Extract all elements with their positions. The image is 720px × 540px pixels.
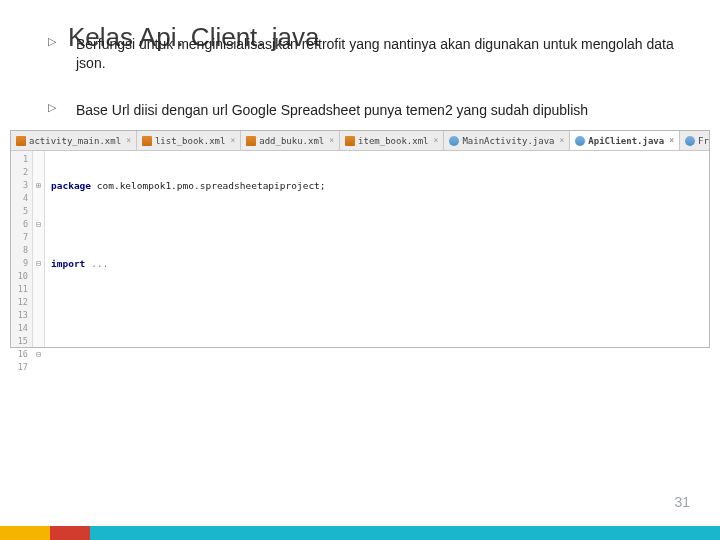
java-class-icon [575,136,585,146]
decorative-bottom-bar [0,526,720,540]
tab-label: add_buku.xml [259,136,324,146]
fold-marker[interactable] [33,153,44,166]
fold-marker[interactable] [33,322,44,335]
bullet-text: Base Url diisi dengan url Google Spreads… [76,101,588,120]
line-number: 3 [11,179,28,192]
line-number: 17 [11,361,28,374]
line-number: 10 [11,270,28,283]
line-number: 8 [11,244,28,257]
xml-file-icon [142,136,152,146]
tab-mainactivity[interactable]: MainActivity.java× [444,131,570,150]
tab-item-book[interactable]: item_book.xml× [340,131,444,150]
line-number: 1 [11,153,28,166]
code-editor: activity_main.xml× list_book.xml× add_bu… [10,130,710,348]
bullet-text: Berfungsi untuk menginisialisasikan reft… [76,35,690,73]
tab-bar: activity_main.xml× list_book.xml× add_bu… [11,131,709,151]
line-number: 11 [11,283,28,296]
line-number: 6 [11,218,28,231]
tab-label: FragmentBook.java [698,136,709,146]
line-number: 13 [11,309,28,322]
bullet-list: ▷ Berfungsi untuk menginisialisasikan re… [48,35,690,134]
fold-marker[interactable]: ⊟ [33,257,44,270]
line-number-gutter: 1 2 3 4 5 6 7 8 9 10 11 12 13 14 15 16 1… [11,151,33,347]
code-line: import ... [51,257,705,270]
fold-marker[interactable] [33,361,44,374]
java-class-icon [685,136,695,146]
line-number: 4 [11,192,28,205]
close-icon[interactable]: × [230,136,235,145]
tab-label: ApiClient.java [588,136,664,146]
tab-label: MainActivity.java [462,136,554,146]
line-number: 9 [11,257,28,270]
code-line: package com.kelompok1.pmo.spreadsheetapi… [51,179,705,192]
accent-red [50,526,90,540]
tab-list-book[interactable]: list_book.xml× [137,131,241,150]
fold-marker[interactable] [33,335,44,348]
bullet-marker: ▷ [48,35,76,73]
tab-apiclient[interactable]: ApiClient.java× [570,131,680,150]
line-number: 2 [11,166,28,179]
tab-label: list_book.xml [155,136,225,146]
line-number: 14 [11,322,28,335]
tab-activity-main[interactable]: activity_main.xml× [11,131,137,150]
fold-marker[interactable] [33,205,44,218]
close-icon[interactable]: × [434,136,439,145]
tab-add-buku[interactable]: add_buku.xml× [241,131,340,150]
code-area: 1 2 3 4 5 6 7 8 9 10 11 12 13 14 15 16 1… [11,151,709,347]
fold-gutter: ⊞ ⊟ ⊟ ⊟ [33,151,45,347]
close-icon[interactable]: × [126,136,131,145]
close-icon[interactable]: × [329,136,334,145]
fold-marker[interactable]: ⊞ [33,179,44,192]
fold-marker[interactable] [33,192,44,205]
fold-marker[interactable] [33,309,44,322]
java-class-icon [449,136,459,146]
code-line [51,335,705,347]
xml-file-icon [16,136,26,146]
code-line [51,296,705,309]
code-content[interactable]: package com.kelompok1.pmo.spreadsheetapi… [45,151,709,347]
xml-file-icon [246,136,256,146]
fold-marker[interactable] [33,283,44,296]
fold-marker[interactable] [33,231,44,244]
accent-yellow [0,526,50,540]
line-number: 5 [11,205,28,218]
tab-label: item_book.xml [358,136,428,146]
xml-file-icon [345,136,355,146]
bullet-item: ▷ Base Url diisi dengan url Google Sprea… [48,101,690,120]
close-icon[interactable]: × [560,136,565,145]
fold-marker[interactable] [33,270,44,283]
code-line [51,218,705,231]
page-number: 31 [674,494,690,510]
line-number: 7 [11,231,28,244]
fold-marker[interactable] [33,244,44,257]
tab-label: activity_main.xml [29,136,121,146]
line-number: 16 [11,348,28,361]
close-icon[interactable]: × [669,136,674,145]
line-number: 12 [11,296,28,309]
fold-marker[interactable] [33,296,44,309]
tab-fragmentbook[interactable]: FragmentBook.java× [680,131,709,150]
bullet-marker: ▷ [48,101,76,120]
fold-marker[interactable]: ⊟ [33,348,44,361]
bullet-item: ▷ Berfungsi untuk menginisialisasikan re… [48,35,690,73]
fold-marker[interactable]: ⊟ [33,218,44,231]
accent-teal [90,526,720,540]
line-number: 15 [11,335,28,348]
fold-marker[interactable] [33,166,44,179]
